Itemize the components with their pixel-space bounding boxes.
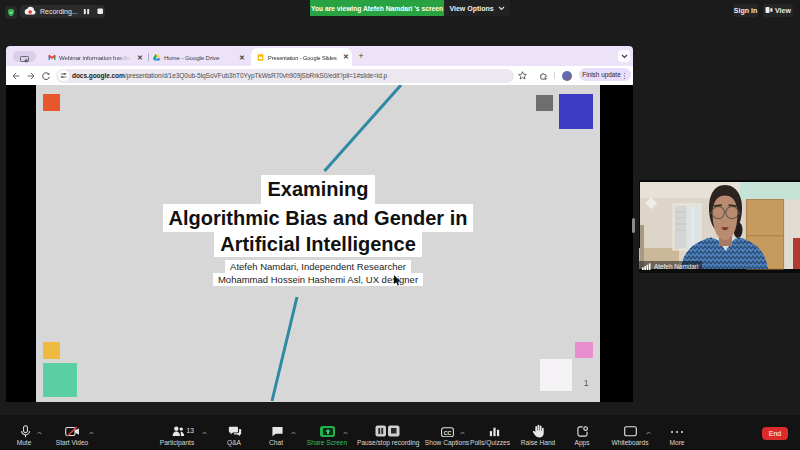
svg-text:CC: CC (444, 429, 452, 435)
